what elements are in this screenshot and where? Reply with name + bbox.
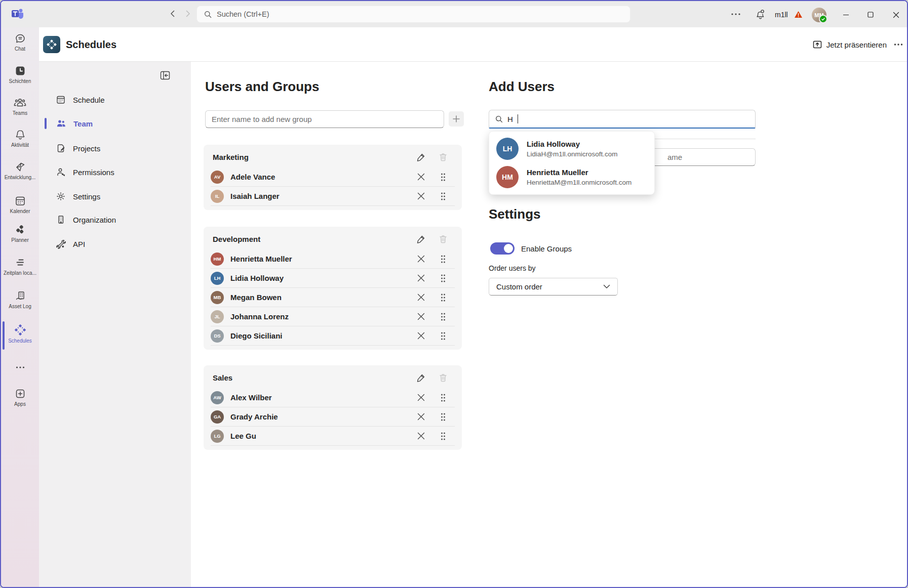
user-suggestions-dropdown: LH Lidia Holloway LidiaH@m1ll.onmicrosof… [489, 131, 655, 195]
header-more-icon[interactable] [894, 27, 903, 62]
org-badge[interactable]: m1ll [775, 11, 788, 19]
remove-member-icon[interactable] [415, 254, 426, 265]
planner-icon [14, 224, 26, 236]
avatar[interactable]: MM [812, 8, 826, 22]
rail-item-planner[interactable]: Planner [1, 224, 39, 243]
edit-group-icon[interactable] [415, 152, 426, 163]
add-user-search-input[interactable]: H [489, 110, 756, 129]
avatar: HM [211, 253, 224, 266]
timeline-icon [14, 257, 26, 269]
teams-people-icon [14, 97, 26, 109]
drag-handle-icon[interactable] [438, 254, 449, 265]
rail-item-chat[interactable]: Chat [1, 32, 39, 52]
warning-icon[interactable] [794, 11, 803, 18]
team-icon [56, 118, 66, 129]
present-now-button[interactable]: Jetzt präsentieren [812, 27, 887, 62]
remove-member-icon[interactable] [415, 431, 426, 442]
schedules-icon [14, 323, 27, 337]
drag-handle-icon[interactable] [438, 273, 449, 284]
rail-item-zeitplan[interactable]: Zeitplan loca... [1, 257, 39, 276]
avatar: LH [496, 138, 519, 160]
drag-handle-icon[interactable] [438, 172, 449, 183]
drag-handle-icon[interactable] [438, 411, 449, 423]
edit-group-icon[interactable] [415, 372, 426, 384]
drag-handle-icon[interactable] [438, 191, 449, 202]
avatar: LG [211, 430, 224, 443]
settings-title: Settings [489, 206, 541, 222]
rail-item-apps[interactable]: Apps [1, 388, 39, 407]
developer-icon [14, 161, 26, 173]
main-content: Users and Groups Marketing AV Adele Vanc… [191, 62, 907, 587]
close-button[interactable] [888, 7, 903, 22]
sidebar-item-projects[interactable]: Projects [39, 138, 191, 158]
group-name: Sales [213, 373, 415, 382]
drag-handle-icon[interactable] [438, 330, 449, 342]
sidebar-item-team[interactable]: Team [39, 113, 191, 134]
avatar: LH [211, 272, 224, 285]
page-title: Schedules [66, 27, 116, 62]
maximize-button[interactable] [863, 7, 878, 22]
minimize-button[interactable] [838, 7, 853, 22]
add-group-button[interactable] [449, 111, 464, 127]
remove-member-icon[interactable] [415, 172, 426, 183]
rail-item-entwicklung[interactable]: Entwicklung... [1, 161, 39, 180]
alert-bell-icon[interactable] [755, 9, 766, 20]
delete-group-icon[interactable] [438, 234, 449, 245]
back-arrow-icon[interactable] [168, 9, 177, 18]
remove-member-icon[interactable] [415, 411, 426, 423]
shifts-icon [14, 65, 26, 77]
member-row: AW Alex Wilber [211, 388, 455, 407]
delete-group-icon[interactable] [438, 152, 449, 163]
apps-icon [14, 388, 26, 400]
drag-handle-icon[interactable] [438, 292, 449, 303]
remove-member-icon[interactable] [415, 330, 426, 342]
rail-item-asset-log[interactable]: Asset Log [1, 290, 39, 309]
member-row: HM Henrietta Mueller [211, 249, 455, 269]
remove-member-icon[interactable] [415, 392, 426, 403]
rail-more-icon[interactable] [1, 365, 39, 369]
member-row: JL Johanna Lorenz [211, 307, 455, 326]
order-users-select[interactable]: Custom order [489, 278, 618, 296]
group-name: Marketing [213, 153, 415, 161]
search-icon [204, 11, 212, 18]
rail-item-schichten[interactable]: Schichten [1, 65, 39, 84]
suggestion-item[interactable]: HM Henrietta Mueller HenriettaM@m1ll.onm… [489, 163, 654, 191]
drag-handle-icon[interactable] [438, 311, 449, 322]
add-users-title: Add Users [489, 79, 555, 95]
delete-group-icon[interactable] [438, 372, 449, 384]
forward-arrow-icon[interactable] [183, 9, 192, 18]
gear-icon [56, 191, 66, 201]
suggestion-item[interactable]: LH Lidia Holloway LidiaH@m1ll.onmicrosof… [489, 135, 654, 163]
titlebar-more-icon[interactable] [731, 12, 741, 17]
app-header: Schedules Jetzt präsentieren [39, 27, 907, 62]
sidebar-item-api[interactable]: API [39, 234, 191, 254]
collapse-sidebar-icon[interactable] [159, 70, 171, 81]
remove-member-icon[interactable] [415, 273, 426, 284]
search-icon [495, 115, 503, 123]
search-placeholder: Suchen (Ctrl+E) [217, 10, 269, 18]
rail-item-teams[interactable]: Teams [1, 97, 39, 116]
remove-member-icon[interactable] [415, 191, 426, 202]
text-caret [518, 114, 518, 123]
edit-group-icon[interactable] [415, 234, 426, 245]
sidebar-item-schedule[interactable]: Schedule [39, 90, 191, 110]
drag-handle-icon[interactable] [438, 392, 449, 403]
rail-item-schedules[interactable]: Schedules [1, 323, 39, 344]
rail-item-kalender[interactable]: Kalender [1, 195, 39, 214]
schedules-app-icon [43, 36, 60, 53]
member-row: GA Grady Archie [211, 407, 455, 427]
remove-member-icon[interactable] [415, 311, 426, 322]
remove-member-icon[interactable] [415, 292, 426, 303]
enable-groups-toggle[interactable] [490, 242, 515, 255]
sidebar-item-permissions[interactable]: Permissions [39, 162, 191, 182]
rail-item-aktivitaet[interactable]: Aktivität [1, 129, 39, 148]
app-sidebar: Schedule Team Projects Permissions Setti… [39, 62, 191, 587]
avatar: AV [211, 171, 224, 184]
sidebar-item-organization[interactable]: Organization [39, 209, 191, 230]
chat-icon [14, 32, 26, 45]
calendar-icon [14, 195, 26, 207]
drag-handle-icon[interactable] [438, 431, 449, 442]
search-input[interactable]: Suchen (Ctrl+E) [196, 6, 630, 23]
add-group-input[interactable] [205, 110, 444, 128]
sidebar-item-settings[interactable]: Settings [39, 186, 191, 206]
